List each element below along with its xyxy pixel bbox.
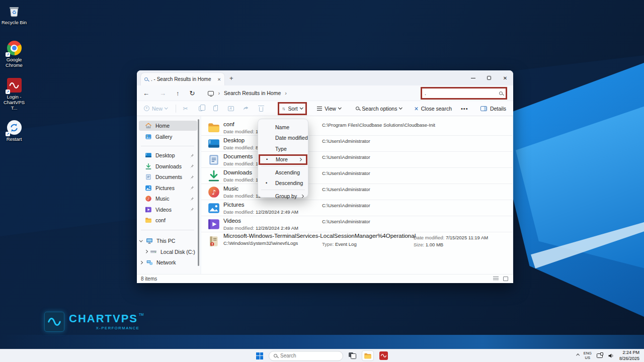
sidebar-separator (141, 230, 194, 230)
menu-item-more-annotated[interactable]: • More (259, 154, 307, 165)
task-view-button[interactable] (349, 352, 356, 359)
file-row-pictures[interactable]: Pictures Date modified: 12/28/2024 2:49 … (201, 200, 512, 216)
start-button[interactable] (256, 352, 263, 359)
sidebar-item-this-pc[interactable]: This PC (139, 236, 197, 246)
taskbar-search-input[interactable] (280, 353, 347, 358)
back-button[interactable]: ← (143, 89, 149, 97)
file-name: Downloads (223, 169, 252, 175)
menu-item-name[interactable]: Name (258, 122, 308, 133)
view-button[interactable]: View (313, 106, 345, 112)
chevron-down-icon (165, 106, 168, 109)
date-modified-label: Date modified: (223, 177, 254, 183)
file-name: conf (223, 121, 234, 127)
desktop-icon-login-chartvps[interactable]: ↗ Login - ChartVPS T... (0, 77, 28, 111)
refresh-button[interactable]: ↻ (190, 89, 195, 97)
paste-button[interactable] (208, 106, 223, 111)
sidebar-scrollbar[interactable] (198, 119, 199, 266)
file-name: Pictures (223, 202, 245, 208)
pin-icon (190, 175, 194, 179)
share-button[interactable] (238, 105, 254, 112)
file-row-conf[interactable]: conf Date modified: 12/27 C:\Program Fil… (201, 120, 512, 136)
see-more-button[interactable]: ••• (456, 106, 473, 112)
sidebar-item-videos[interactable]: Videos (139, 205, 197, 215)
speaker-icon[interactable] (608, 352, 614, 359)
file-name: Videos (223, 218, 241, 224)
file-row-videos[interactable]: Videos Date modified: 12/28/2024 2:49 AM… (201, 216, 512, 232)
sidebar-item-music[interactable]: Music (139, 194, 197, 204)
tray-chevron-up-icon[interactable] (577, 354, 580, 357)
sidebar-label: Desktop (155, 152, 175, 158)
breadcrumb[interactable]: › Search Results in Home › (208, 90, 287, 96)
maximize-button[interactable] (481, 70, 497, 85)
menu-item-label: Type (275, 146, 287, 152)
rename-button[interactable]: A (223, 106, 238, 111)
file-path: C:\Users\Administrator (322, 154, 370, 160)
menu-item-date-modified[interactable]: Date modified (258, 133, 308, 144)
pin-icon (190, 207, 194, 212)
sidebar-item-downloads[interactable]: Downloads (139, 161, 197, 171)
sidebar-item-gallery[interactable]: Gallery (139, 132, 197, 142)
chevron-down-icon (300, 106, 303, 109)
network-icon[interactable] (597, 353, 603, 358)
taskbar-chartvps-app[interactable] (379, 351, 388, 360)
menu-item-group-by[interactable]: Group by (258, 191, 308, 202)
sidebar-item-documents[interactable]: Documents (139, 172, 197, 182)
details-button[interactable]: Details (480, 106, 513, 112)
file-explorer-icon (364, 352, 372, 360)
explorer-tab[interactable]: . - Search Results in Home ✕ (141, 73, 224, 85)
new-tab-button[interactable]: + (229, 74, 233, 82)
thumbnail-view-icon[interactable] (503, 277, 508, 281)
file-row-event-log[interactable]: Microsoft-Windows-TerminalServices-Local… (201, 232, 512, 251)
desktop-icon-google-chrome[interactable]: ↗ Google Chrome (0, 40, 28, 68)
sidebar-item-local-disk-c[interactable]: Local Disk (C:) (139, 247, 197, 257)
close-search-button[interactable]: ✕ Close search (410, 106, 456, 112)
menu-item-type[interactable]: Type (258, 143, 308, 154)
chevron-right-icon[interactable] (144, 250, 147, 253)
tab-close-icon[interactable]: ✕ (217, 77, 221, 82)
desktop-icon-recycle-bin[interactable]: Recycle Bin (0, 3, 28, 26)
language-indicator[interactable]: ENG US (584, 351, 592, 360)
desktop-icon-column: Recycle Bin ↗ Google Chrome ↗ Login - Ch… (0, 3, 28, 148)
sidebar-item-home[interactable]: Home (139, 121, 197, 131)
forward-button[interactable]: → (159, 89, 166, 97)
file-row-desktop[interactable]: Desktop Date modified: 8/20/2 C:\Users\A… (201, 136, 512, 152)
date-modified-label: Date modified: (414, 235, 444, 240)
explorer-search-input[interactable] (422, 90, 499, 96)
clock[interactable]: 2:24 PM 8/26/2025 (619, 350, 639, 361)
copy-button[interactable] (193, 106, 208, 111)
taskbar-file-explorer[interactable] (362, 350, 374, 361)
close-button[interactable]: ✕ (497, 70, 513, 85)
delete-button[interactable] (254, 106, 269, 112)
sidebar-item-network[interactable]: Network (139, 257, 197, 267)
desktop-icon-restart[interactable]: ↗ Restart (0, 120, 28, 142)
explorer-sidebar: Home Gallery Desktop Downloads Documents… (137, 116, 200, 274)
file-row-downloads[interactable]: Downloads Date modified: 12/28 C:\Users\… (201, 168, 512, 184)
new-button[interactable]: + New (137, 106, 174, 112)
menu-item-ascending[interactable]: Ascending (258, 167, 308, 178)
taskbar-search[interactable] (269, 351, 343, 361)
search-options-button[interactable]: Search options (352, 106, 406, 112)
file-row-music[interactable]: Music Date modified: 12/28 C:\Users\Admi… (201, 184, 512, 200)
file-row-documents[interactable]: Documents Date modified: 12/28 C:\Users\… (201, 152, 512, 168)
paste-icon (213, 106, 218, 111)
brand-tm: TM (139, 313, 143, 316)
sidebar-item-desktop[interactable]: Desktop (139, 150, 197, 160)
rename-icon: A (228, 106, 234, 111)
sort-button-annotated[interactable]: ↑↓ Sort (278, 102, 307, 115)
details-view-icon[interactable] (493, 277, 499, 281)
minimize-button[interactable] (465, 70, 481, 85)
plus-icon: + (144, 106, 149, 111)
menu-item-descending[interactable]: • Descending (258, 178, 308, 189)
breadcrumb-location[interactable]: Search Results in Home (224, 90, 281, 96)
chevron-right-icon[interactable] (139, 261, 142, 264)
search-options-icon (356, 107, 359, 110)
sidebar-item-conf[interactable]: conf (139, 215, 197, 225)
explorer-search-box-annotated[interactable] (421, 87, 507, 100)
sidebar-item-pictures[interactable]: Pictures (139, 183, 197, 193)
chevron-down-icon[interactable] (139, 238, 142, 241)
cut-button[interactable]: ✂ (178, 105, 193, 112)
date-modified-label: Date modified: (223, 145, 254, 150)
file-path: C:\Users\Administrator (322, 138, 370, 144)
menu-separator (261, 166, 305, 166)
up-button[interactable]: ↑ (176, 89, 180, 97)
